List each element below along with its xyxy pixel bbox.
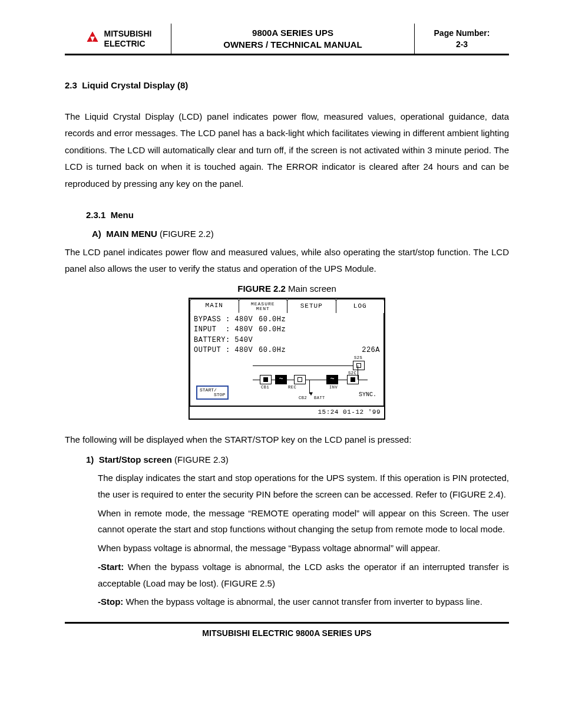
item-a-heading: A) MAIN MENU (FIGURE 2.2) — [92, 228, 509, 241]
item-1-heading: 1) Start/Stop screen (FIGURE 2.3) — [86, 453, 509, 466]
lcd-sync-label: SYNC. — [359, 391, 376, 400]
lcd-tab-log[interactable]: LOG — [336, 299, 385, 313]
page-header: MITSUBISHI ELECTRIC 9800A SERIES UPS OWN… — [65, 24, 509, 55]
lcd-timestamp: 15:24 01-12 '99 — [190, 406, 384, 419]
lcd-tab-measurement[interactable]: MEASUREMENT — [239, 299, 288, 313]
subsection-heading: 2.3.1 Menu — [86, 209, 509, 222]
brand-cell: MITSUBISHI ELECTRIC — [65, 24, 171, 54]
doc-title-1: 9800A SERIES UPS — [223, 27, 362, 39]
lcd-tab-main[interactable]: MAIN — [190, 299, 239, 313]
doc-title-cell: 9800A SERIES UPS OWNERS / TECHNICAL MANU… — [171, 24, 415, 54]
lcd-row-output: OUTPUT : 480V60.0Hz226A — [194, 345, 380, 355]
doc-title-2: OWNERS / TECHNICAL MANUAL — [223, 39, 362, 51]
after-figure-paragraph: The following will be displayed when the… — [65, 431, 509, 448]
item-a-paragraph: The LCD panel indicates power flow and m… — [65, 244, 509, 277]
page-number: 2-3 — [434, 39, 490, 50]
lcd-power-diagram: S2S CB1 ~ REC ~ INV S2C CB2 BATT ▼ START… — [194, 362, 380, 403]
mitsubishi-logo-icon — [84, 31, 101, 47]
lcd-screenshot: MAIN MEASUREMENT SETUP LOG BYPASS : 480V… — [189, 298, 385, 420]
lcd-row-bypass: BYPASS : 480V60.0Hz — [194, 315, 380, 325]
page-number-label: Page Number: — [434, 28, 490, 38]
section-paragraph: The Liquid Crystal Display (LCD) panel i… — [65, 108, 509, 193]
brand-top: MITSUBISHI — [104, 29, 152, 39]
lcd-start-stop-button[interactable]: START/ STOP — [196, 386, 229, 400]
page-footer: MITSUBISHI ELECTRIC 9800A SERIES UPS — [65, 622, 509, 639]
lcd-tab-setup[interactable]: SETUP — [287, 299, 336, 313]
brand-bot: ELECTRIC — [104, 39, 152, 49]
lcd-row-battery: BATTERY: 540V — [194, 335, 380, 345]
lcd-row-input: INPUT : 480V60.0Hz — [194, 325, 380, 335]
item-1-body: The display indicates the start and stop… — [98, 470, 509, 610]
section-heading: 2.3 Liquid Crystal Display (8) — [65, 79, 509, 92]
page-number-cell: Page Number: 2-3 — [415, 24, 509, 54]
svg-marker-12 — [90, 32, 94, 36]
figure-caption: FIGURE 2.2 Main screen — [65, 282, 509, 295]
